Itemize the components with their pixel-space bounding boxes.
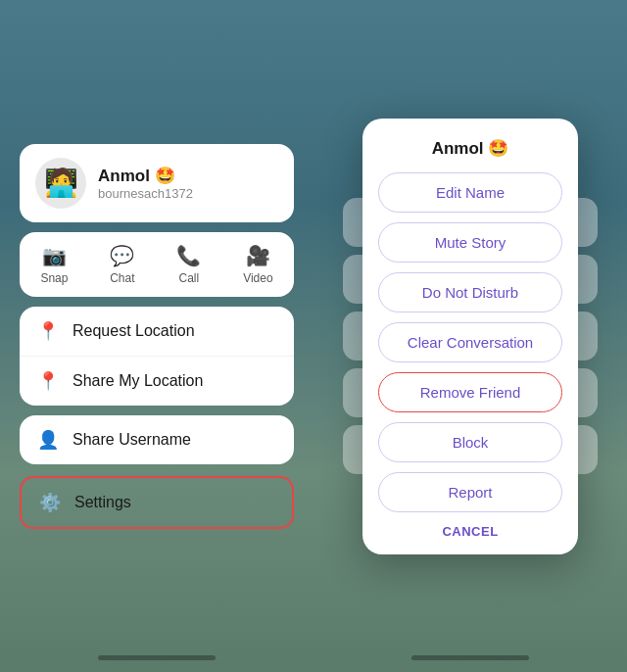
report-button[interactable]: Report — [378, 472, 562, 512]
right-panel: Anmol 🤩 Edit Name Mute Story Do Not Dist… — [314, 0, 627, 672]
call-icon: 📞 — [176, 244, 201, 267]
mute-story-button[interactable]: Mute Story — [378, 222, 562, 263]
home-indicator-left — [98, 655, 216, 660]
home-indicator-right — [411, 655, 529, 660]
call-action[interactable]: 📞 Call — [176, 244, 201, 285]
avatar: 🧑‍💻 — [35, 158, 86, 209]
block-button[interactable]: Block — [378, 422, 562, 462]
modal-title: Anmol 🤩 — [432, 138, 509, 159]
remove-friend-button[interactable]: Remove Friend — [378, 372, 562, 412]
quick-actions-card: 📷 Snap 💬 Chat 📞 Call 🎥 Video — [20, 232, 294, 297]
video-action[interactable]: 🎥 Video — [243, 244, 272, 285]
profile-name: Anmol 🤩 — [98, 166, 193, 186]
chat-label: Chat — [110, 271, 134, 285]
share-location-item[interactable]: 📍 Share My Location — [20, 357, 294, 406]
call-label: Call — [179, 271, 200, 285]
request-location-item[interactable]: 📍 Request Location — [20, 307, 294, 357]
share-location-label: Share My Location — [72, 372, 203, 390]
left-panel: 🧑‍💻 Anmol 🤩 bournesach1372 📷 Snap 💬 Chat… — [0, 0, 314, 672]
chat-icon: 💬 — [110, 244, 134, 267]
share-username-icon: 👤 — [37, 429, 59, 451]
left-content: 🧑‍💻 Anmol 🤩 bournesach1372 📷 Snap 💬 Chat… — [20, 144, 294, 529]
snap-icon: 📷 — [42, 244, 67, 267]
settings-item[interactable]: ⚙️ Settings — [20, 476, 294, 529]
settings-gear-icon: ⚙️ — [39, 492, 61, 513]
share-username-label: Share Username — [72, 431, 191, 449]
chat-action[interactable]: 💬 Chat — [110, 244, 134, 285]
clear-conversation-button[interactable]: Clear Conversation — [378, 322, 562, 362]
profile-username: bournesach1372 — [98, 186, 193, 201]
do-not-disturb-button[interactable]: Do Not Disturb — [378, 272, 562, 312]
profile-card[interactable]: 🧑‍💻 Anmol 🤩 bournesach1372 — [20, 144, 294, 222]
snap-action[interactable]: 📷 Snap — [40, 244, 68, 285]
settings-label: Settings — [74, 494, 131, 511]
share-location-icon: 📍 — [37, 370, 59, 392]
edit-name-button[interactable]: Edit Name — [378, 172, 562, 213]
context-menu-modal: Anmol 🤩 Edit Name Mute Story Do Not Dist… — [362, 119, 578, 554]
video-icon: 🎥 — [246, 244, 270, 267]
profile-info: Anmol 🤩 bournesach1372 — [98, 166, 193, 201]
snap-label: Snap — [40, 271, 68, 285]
location-pin-icon: 📍 — [37, 320, 59, 342]
location-menu-card: 📍 Request Location 📍 Share My Location — [20, 307, 294, 406]
share-username-card[interactable]: 👤 Share Username — [20, 415, 294, 464]
cancel-button[interactable]: CANCEL — [442, 524, 498, 539]
video-label: Video — [243, 271, 272, 285]
request-location-label: Request Location — [72, 322, 195, 340]
